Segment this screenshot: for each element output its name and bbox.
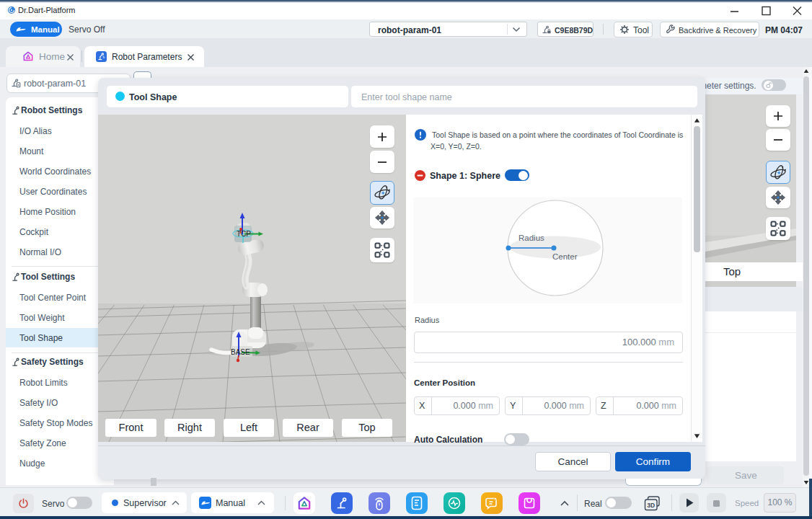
svg-text:Radius: Radius: [518, 234, 544, 242]
svg-text:3D: 3D: [647, 502, 655, 509]
svg-text:Center: Center: [552, 252, 578, 261]
svg-text:TCP: TCP: [237, 230, 251, 238]
svg-text:BASE: BASE: [231, 348, 250, 356]
